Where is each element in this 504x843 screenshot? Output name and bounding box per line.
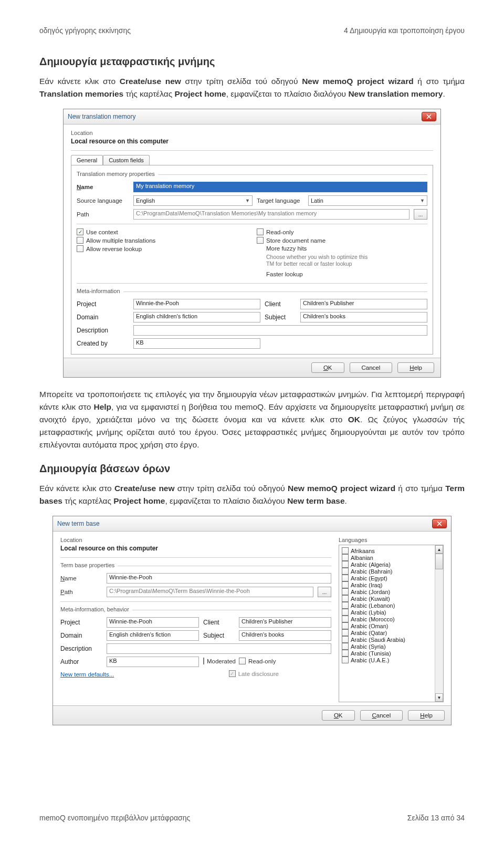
createdby-input[interactable]: KB	[133, 338, 260, 349]
checkbox-late-disclosure: ✓	[229, 670, 236, 677]
tab-custom-fields[interactable]: Custom fields	[103, 155, 150, 165]
checkbox-moderated[interactable]	[203, 658, 204, 664]
browse-button[interactable]: ...	[318, 587, 331, 597]
path-input[interactable]: C:\ProgramData\MemoQ\Translation Memorie…	[133, 209, 410, 220]
description-input[interactable]	[133, 325, 427, 336]
para-2: Μπορείτε να τροποποιήσετε τις επιλογές γ…	[39, 388, 465, 451]
checkbox-language[interactable]	[342, 602, 349, 609]
checkbox-language[interactable]	[342, 568, 349, 575]
language-item[interactable]: Arabic (Algeria)	[340, 561, 442, 568]
cancel-button[interactable]: Cancel	[360, 710, 403, 721]
checkbox-allow-reverse[interactable]	[77, 245, 83, 252]
checkbox-language[interactable]	[342, 636, 349, 643]
checkbox-language[interactable]	[342, 650, 349, 657]
footer-right: Σελίδα 13 από 34	[407, 814, 465, 822]
project-input[interactable]: Winnie-the-Pooh	[133, 299, 260, 309]
language-item[interactable]: Albanian	[340, 554, 442, 561]
checkbox-language[interactable]	[342, 622, 349, 629]
author-label: Author	[60, 658, 102, 665]
language-item[interactable]: Arabic (Lebanon)	[340, 602, 442, 609]
languages-list[interactable]: AfrikaansAlbanianArabic (Algeria)Arabic …	[339, 545, 444, 702]
tgt-lang-select[interactable]: Latin▼	[308, 195, 427, 206]
scroll-down-icon[interactable]: ▼	[435, 693, 443, 702]
src-lang-select[interactable]: English▼	[133, 195, 253, 206]
scroll-up-icon[interactable]: ▲	[435, 545, 443, 554]
dialog-new-tb: New term base Location Local resource on…	[52, 516, 452, 725]
checkbox-read-only[interactable]	[239, 658, 246, 664]
language-item[interactable]: Arabic (Tunisia)	[340, 650, 442, 657]
domain-input[interactable]: English children's fiction	[107, 630, 199, 641]
checkbox-language[interactable]	[342, 547, 349, 554]
meta-label: Meta-information, behavior	[60, 606, 129, 612]
language-item[interactable]: Arabic (Oman)	[340, 622, 442, 629]
language-item[interactable]: Afrikaans	[340, 547, 442, 554]
help-button[interactable]: Help	[408, 710, 445, 721]
description-label: Description	[77, 327, 129, 334]
path-label: Path	[77, 211, 129, 217]
close-icon[interactable]	[432, 519, 447, 528]
language-item[interactable]: Arabic (Bahrain)	[340, 568, 442, 575]
language-item[interactable]: Arabic (Saudi Arabia)	[340, 636, 442, 643]
meta-label: Meta-information	[77, 288, 120, 294]
checkbox-language[interactable]	[342, 554, 349, 561]
project-label: Project	[60, 619, 102, 626]
checkbox-language[interactable]	[342, 588, 349, 595]
checkbox-language[interactable]	[342, 609, 349, 616]
path-input[interactable]: C:\ProgramData\MemoQ\Term Bases\Winnie-t…	[107, 587, 313, 597]
checkbox-language[interactable]	[342, 657, 349, 663]
checkbox-language[interactable]	[342, 581, 349, 588]
browse-button[interactable]: ...	[414, 209, 427, 220]
description-input[interactable]	[107, 643, 331, 654]
language-item[interactable]: Arabic (Iraq)	[340, 581, 442, 588]
dialog-title-text: New term base	[57, 520, 100, 527]
subject-input[interactable]: Children's books	[239, 630, 331, 641]
project-input[interactable]: Winnie-the-Pooh	[107, 617, 199, 628]
ok-button[interactable]: OK	[311, 362, 344, 373]
close-icon[interactable]	[422, 112, 436, 121]
language-item[interactable]: Arabic (Jordan)	[340, 588, 442, 595]
language-item[interactable]: Arabic (Morocco)	[340, 616, 442, 622]
domain-input[interactable]: English children's fiction	[133, 312, 260, 322]
location-label: Location	[60, 537, 331, 543]
dialog-new-tm: New translation memory Location Local re…	[63, 109, 441, 378]
checkbox-language[interactable]	[342, 629, 349, 636]
scroll-thumb[interactable]	[435, 554, 443, 569]
cancel-button[interactable]: Cancel	[350, 362, 393, 373]
language-item[interactable]: Arabic (Qatar)	[340, 629, 442, 636]
language-item[interactable]: Arabic (Kuwait)	[340, 595, 442, 602]
tgt-lang-label: Target language	[257, 197, 304, 204]
language-item[interactable]: Arabic (Syria)	[340, 643, 442, 650]
checkbox-store-doc[interactable]	[257, 237, 264, 244]
name-input[interactable]: Winnie-the-Pooh	[107, 573, 331, 584]
language-item[interactable]: Arabic (U.A.E.)	[340, 657, 442, 663]
client-label: Client	[203, 619, 235, 626]
checkbox-use-context[interactable]: ✓	[77, 228, 83, 235]
checkbox-read-only[interactable]	[257, 228, 264, 235]
help-button[interactable]: Help	[397, 362, 434, 373]
checkbox-allow-multiple[interactable]	[77, 237, 83, 244]
createdby-label: Created by	[77, 340, 129, 347]
checkbox-language[interactable]	[342, 561, 349, 568]
client-input[interactable]: Children's Publisher	[300, 299, 427, 309]
language-item[interactable]: Arabic (Egypt)	[340, 575, 442, 581]
scrollbar[interactable]: ▲ ▼	[435, 545, 443, 702]
path-label: Path	[60, 589, 102, 595]
checkbox-language[interactable]	[342, 595, 349, 602]
heading-tm: Δημιουργία μεταφραστικής μνήμης	[39, 56, 465, 68]
para-3: Εάν κάνετε κλικ στο Create/use new στην …	[39, 482, 465, 507]
checkbox-language[interactable]	[342, 616, 349, 622]
new-term-defaults-link[interactable]: New term defaults...	[60, 671, 114, 678]
para-1: Εάν κάνετε κλικ στο Create/use new στην …	[39, 75, 465, 100]
checkbox-language[interactable]	[342, 575, 349, 581]
ok-button[interactable]: OK	[322, 710, 355, 721]
language-item[interactable]: Arabic (Lybia)	[340, 609, 442, 616]
checkbox-language[interactable]	[342, 643, 349, 650]
client-input[interactable]: Children's Publisher	[239, 617, 331, 628]
name-input[interactable]: My translation memory	[133, 182, 427, 192]
subject-label: Subject	[203, 632, 235, 639]
client-label: Client	[265, 300, 296, 308]
author-input[interactable]: KB	[107, 657, 199, 667]
subject-input[interactable]: Children's books	[300, 312, 427, 322]
tab-general[interactable]: General	[71, 155, 103, 165]
languages-label: Languages	[339, 537, 444, 543]
